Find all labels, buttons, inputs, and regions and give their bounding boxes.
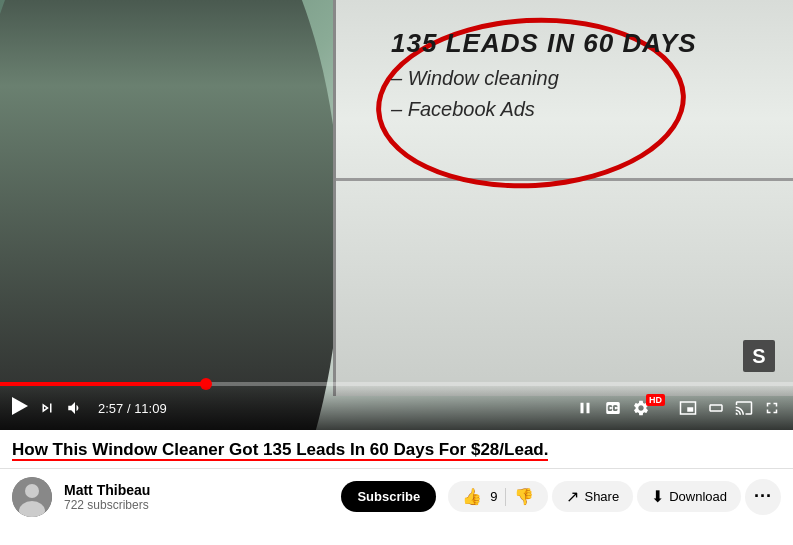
share-button[interactable]: ↗ Share [552,481,633,512]
download-label: Download [669,489,727,504]
channel-info: Matt Thibeau 722 subscribers [64,482,329,512]
miniplayer-button[interactable] [679,399,697,417]
more-icon: ··· [754,486,772,507]
subscriber-count: 722 subscribers [64,498,329,512]
captions-button[interactable] [604,399,622,417]
person-silhouette [0,0,341,430]
watermark-s: S [743,340,775,372]
theatre-button[interactable] [707,399,725,417]
video-title-bar: How This Window Cleaner Got 135 Leads In… [0,430,793,469]
video-controls: 2:57 / 11:09 HD [0,386,793,430]
volume-button[interactable] [66,399,84,417]
whiteboard: 135 LEADS IN 60 DAYS – Window cleaning –… [333,0,793,396]
video-title: How This Window Cleaner Got 135 Leads In… [12,440,548,461]
video-player[interactable]: 135 LEADS IN 60 DAYS – Window cleaning –… [0,0,793,430]
more-button[interactable]: ··· [745,479,781,515]
video-thumbnail: 135 LEADS IN 60 DAYS – Window cleaning –… [0,0,793,430]
skip-button[interactable] [38,399,56,417]
dislike-icon: 👎 [514,487,534,506]
pause-button[interactable] [576,399,594,417]
action-buttons: 👍 9 👎 ↗ Share ⬇ Download ··· [448,479,781,515]
channel-bar: Matt Thibeau 722 subscribers Subscribe 👍… [0,469,793,525]
fullscreen-button[interactable] [763,399,781,417]
share-label: Share [584,489,619,504]
channel-name[interactable]: Matt Thibeau [64,482,329,498]
settings-button[interactable]: HD [632,399,669,417]
cast-button[interactable] [735,399,753,417]
share-icon: ↗ [566,487,579,506]
hd-badge: HD [646,394,665,406]
whiteboard-text: 135 LEADS IN 60 DAYS – Window cleaning –… [391,28,697,121]
download-icon: ⬇ [651,487,664,506]
like-count: 9 [490,489,497,504]
like-dislike-group[interactable]: 👍 9 👎 [448,481,548,512]
like-divider [505,488,506,506]
subscribe-button[interactable]: Subscribe [341,481,436,512]
time-display: 2:57 / 11:09 [98,401,167,416]
svg-point-1 [25,484,39,498]
right-controls: HD [576,399,781,417]
download-button[interactable]: ⬇ Download [637,481,741,512]
like-icon: 👍 [462,487,482,506]
avatar [12,477,52,517]
play-button[interactable] [12,397,28,420]
